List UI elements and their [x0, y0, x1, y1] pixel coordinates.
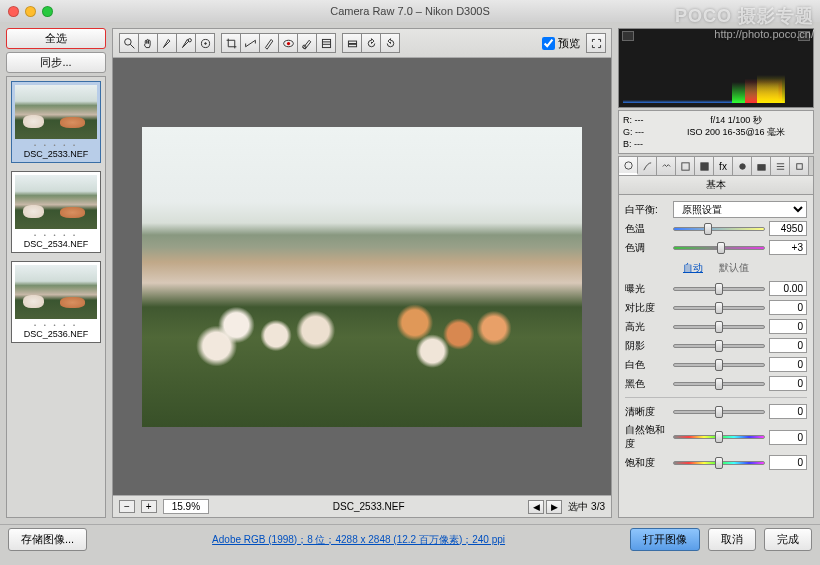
footer: 存储图像... Adobe RGB (1998)；8 位；4288 x 2848… — [0, 524, 820, 554]
prev-image-icon[interactable]: ◀ — [528, 500, 544, 514]
tab-lens-icon[interactable]: fx — [714, 157, 733, 175]
zoom-in-icon[interactable]: + — [141, 500, 157, 513]
saturation-slider[interactable] — [673, 456, 765, 470]
histogram[interactable] — [618, 28, 814, 108]
thumbnail[interactable]: • • • • • DSC_2534.NEF — [11, 171, 101, 253]
svg-rect-18 — [700, 162, 707, 169]
exposure-value[interactable] — [769, 281, 807, 296]
color-sampler-tool-icon[interactable] — [176, 33, 196, 53]
selection-count: 选中 3/3 — [568, 500, 605, 514]
image-preview-area[interactable] — [113, 58, 611, 495]
tab-detail-icon[interactable] — [657, 157, 676, 175]
hand-tool-icon[interactable] — [138, 33, 158, 53]
tab-snapshots-icon[interactable] — [790, 157, 809, 175]
redeye-tool-icon[interactable] — [278, 33, 298, 53]
thumbnail-list[interactable]: • • • • • DSC_2533.NEF • • • • • DSC_253… — [6, 76, 106, 518]
svg-rect-24 — [796, 163, 802, 169]
svg-rect-20 — [757, 164, 764, 170]
tab-basic-icon[interactable] — [619, 157, 638, 175]
straighten-tool-icon[interactable] — [240, 33, 260, 53]
saturation-value[interactable] — [769, 455, 807, 470]
svg-point-9 — [286, 41, 289, 44]
highlight-clip-icon[interactable] — [798, 31, 810, 41]
blacks-slider[interactable] — [673, 377, 765, 391]
titlebar: Camera Raw 7.0 – Nikon D300S — [0, 0, 820, 22]
toolbar: 预览 — [113, 29, 611, 58]
white-balance-tool-icon[interactable] — [157, 33, 177, 53]
adjustment-brush-tool-icon[interactable] — [297, 33, 317, 53]
open-image-button[interactable]: 打开图像 — [630, 528, 700, 551]
graduated-filter-tool-icon[interactable] — [316, 33, 336, 53]
minimize-window[interactable] — [25, 6, 36, 17]
svg-point-16 — [624, 161, 631, 168]
zoom-tool-icon[interactable] — [119, 33, 139, 53]
contrast-value[interactable] — [769, 300, 807, 315]
status-bar: − + 15.9% DSC_2533.NEF ◀ ▶ 选中 3/3 — [113, 495, 611, 517]
whites-value[interactable] — [769, 357, 807, 372]
tab-curve-icon[interactable] — [638, 157, 657, 175]
svg-point-19 — [739, 163, 745, 169]
main-image — [142, 127, 582, 427]
tint-slider[interactable] — [673, 241, 765, 255]
targeted-adjust-tool-icon[interactable] — [195, 33, 215, 53]
svg-point-4 — [204, 42, 206, 44]
white-balance-select[interactable]: 原照设置 — [673, 201, 807, 218]
thumbnail[interactable]: • • • • • DSC_2533.NEF — [11, 81, 101, 163]
tab-split-icon[interactable] — [695, 157, 714, 175]
tab-effects-icon[interactable] — [733, 157, 752, 175]
temperature-value[interactable] — [769, 221, 807, 236]
preview-checkbox[interactable] — [542, 37, 555, 50]
done-button[interactable]: 完成 — [764, 528, 812, 551]
shadow-clip-icon[interactable] — [622, 31, 634, 41]
tab-hsl-icon[interactable] — [676, 157, 695, 175]
crop-tool-icon[interactable] — [221, 33, 241, 53]
thumbnail-filename: DSC_2533.NEF — [15, 149, 97, 159]
svg-rect-15 — [348, 44, 356, 46]
default-link: 默认值 — [719, 262, 749, 273]
basic-panel: 白平衡: 原照设置 色温 色调 自动默认值 曝光 对比度 高光 阴影 白色 黑色… — [618, 195, 814, 518]
svg-point-0 — [124, 38, 131, 45]
tab-camera-icon[interactable] — [752, 157, 771, 175]
vibrance-value[interactable] — [769, 430, 807, 445]
vibrance-slider[interactable] — [673, 430, 765, 444]
shadows-value[interactable] — [769, 338, 807, 353]
whites-slider[interactable] — [673, 358, 765, 372]
close-window[interactable] — [8, 6, 19, 17]
fullscreen-toggle-icon[interactable] — [586, 33, 606, 53]
auto-link[interactable]: 自动 — [683, 262, 703, 273]
contrast-slider[interactable] — [673, 301, 765, 315]
open-preferences-icon[interactable] — [342, 33, 362, 53]
exposure-slider[interactable] — [673, 282, 765, 296]
spot-removal-tool-icon[interactable] — [259, 33, 279, 53]
highlights-value[interactable] — [769, 319, 807, 334]
thumbnail-image — [15, 265, 97, 319]
zoom-window[interactable] — [42, 6, 53, 17]
zoom-level[interactable]: 15.9% — [163, 499, 209, 514]
next-image-icon[interactable]: ▶ — [546, 500, 562, 514]
workflow-options-link[interactable]: Adobe RGB (1998)；8 位；4288 x 2848 (12.2 百… — [95, 533, 622, 547]
select-all-button[interactable]: 全选 — [6, 28, 106, 49]
wb-label: 白平衡: — [625, 203, 669, 217]
clarity-slider[interactable] — [673, 405, 765, 419]
svg-rect-17 — [681, 162, 688, 169]
rotate-cw-icon[interactable] — [380, 33, 400, 53]
shadows-slider[interactable] — [673, 339, 765, 353]
highlights-slider[interactable] — [673, 320, 765, 334]
sync-button[interactable]: 同步... — [6, 52, 106, 73]
current-filename: DSC_2533.NEF — [215, 501, 522, 512]
thumbnail-filename: DSC_2536.NEF — [15, 329, 97, 339]
clarity-value[interactable] — [769, 404, 807, 419]
thumbnail-filename: DSC_2534.NEF — [15, 239, 97, 249]
cancel-button[interactable]: 取消 — [708, 528, 756, 551]
zoom-out-icon[interactable]: − — [119, 500, 135, 513]
blacks-value[interactable] — [769, 376, 807, 391]
window-title: Camera Raw 7.0 – Nikon D300S — [330, 5, 490, 17]
thumbnail[interactable]: • • • • • DSC_2536.NEF — [11, 261, 101, 343]
filmstrip-panel: 全选 同步... • • • • • DSC_2533.NEF • • • • … — [6, 28, 106, 518]
save-image-button[interactable]: 存储图像... — [8, 528, 87, 551]
temperature-slider[interactable] — [673, 222, 765, 236]
tint-value[interactable] — [769, 240, 807, 255]
tab-presets-icon[interactable] — [771, 157, 790, 175]
svg-rect-11 — [322, 39, 330, 47]
rotate-ccw-icon[interactable] — [361, 33, 381, 53]
